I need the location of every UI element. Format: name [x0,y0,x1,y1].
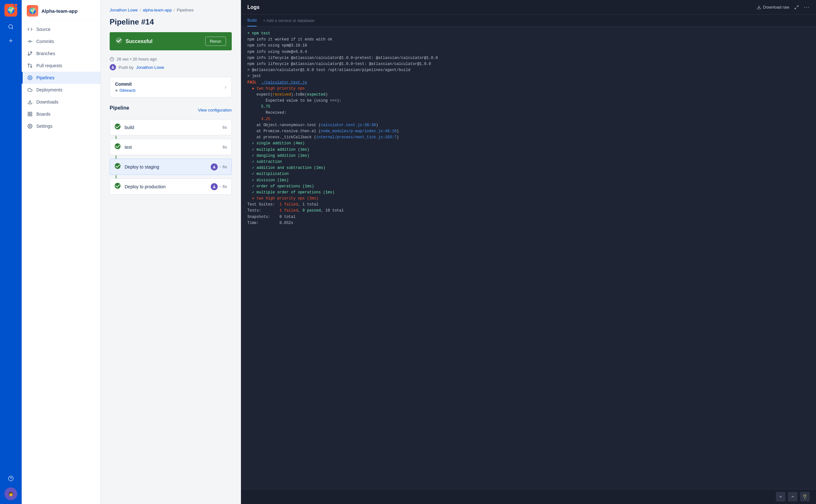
sidebar-item-branches[interactable]: Branches [22,47,100,60]
tab-build[interactable]: Build [247,15,256,26]
sidebar-item-boards[interactable]: Boards [22,108,100,120]
step-production-dot: • [220,185,221,188]
sidebar-item-settings[interactable]: Settings [22,120,100,132]
sidebar: 🌍 Alpha-team-app Source Commits Branches [22,0,101,504]
status-left: Successful [115,37,152,46]
breadcrumb-section: Pipelines [177,8,194,12]
boards-label: Boards [36,112,50,117]
meta-duration-row: 26 sec • 20 hours ago [110,57,232,61]
downloads-icon [27,99,33,105]
log-line: npm info lifecycle @atlassian/calculator… [247,55,810,61]
rerun-button[interactable]: Rerun [205,37,226,46]
step-build[interactable]: build 6s [110,119,232,135]
svg-point-13 [29,77,31,78]
log-line: npm info using npm@3.10.10 [247,43,810,49]
meta-push-row: Push by Jonathon Lowe [110,64,232,70]
svg-rect-18 [28,114,30,116]
breadcrumb-user[interactable]: Jonathon Lowe [110,8,138,12]
pipeline-section-title: Pipeline [110,105,129,111]
app-logo[interactable]: 🌍 [4,4,17,17]
logs-body[interactable]: + npm testnpm info it worked if it ends … [241,27,816,489]
status-text: Successful [126,39,152,44]
sidebar-header: 🌍 Alpha-team-app [22,0,100,21]
sidebar-item-commits[interactable]: Commits [22,35,100,47]
step-production-time: 6s [222,184,227,189]
step-connector-1 [116,136,116,139]
pipelines-label: Pipelines [36,75,54,80]
sidebar-item-downloads[interactable]: Downloads [22,96,100,108]
sidebar-item-pull-requests[interactable]: Pull requests [22,60,100,72]
step-connector-3 [116,175,116,178]
view-config-link[interactable]: View configuration [198,108,232,112]
commit-arrow-icon: › [225,84,226,90]
step-test[interactable]: test 6s [110,139,232,155]
svg-point-3 [29,40,31,42]
svg-point-12 [28,76,32,80]
log-line: ● two high priority ops [247,86,810,92]
expand-button[interactable] [794,5,799,10]
step-deploy-staging[interactable]: Deploy to staging • 6s [110,159,232,175]
status-banner: Successful Rerun [110,32,232,50]
svg-point-19 [29,126,31,127]
step-test-name: test [125,145,219,150]
step-test-time: 6s [222,145,227,149]
search-icon[interactable] [4,20,17,33]
pusher-name[interactable]: Jonathon Lowe [136,65,164,70]
svg-line-30 [797,5,798,7]
sidebar-app-name: Alpha-team-app [41,8,77,14]
step-build-name: build [125,125,219,130]
branches-icon [27,50,33,57]
log-line: Expected value to be (using ===): [247,98,810,104]
sidebar-item-deployments[interactable]: Deployments [22,84,100,96]
log-line: ✓ multiple order of operations (1ms) [247,190,810,196]
pipeline-steps: build 6s test 6s D [110,119,232,195]
log-line: Test Suites: 1 failed, 1 total [247,202,810,208]
log-line: ✓ addition and subtraction (1ms) [247,165,810,171]
sidebar-item-pipelines[interactable]: Pipelines [22,72,100,84]
logs-header-actions: Download raw ··· [757,4,810,11]
smart-log-button[interactable] [800,492,810,501]
scroll-up-button[interactable] [788,492,798,501]
step-deploy-production[interactable]: Deploy to production • 6s [110,178,232,195]
pull-requests-icon [27,62,33,69]
content-area: Jonathon Lowe / alpha-team-app / Pipelin… [101,0,816,504]
add-service-label[interactable]: + Add a service or database [263,18,314,23]
step-production-check-icon [114,183,121,191]
pipelines-icon [27,75,33,81]
sidebar-item-source[interactable]: Source [22,23,100,35]
user-avatar[interactable]: 🧑 [4,487,17,500]
chevron-down-icon [778,494,783,499]
step-test-check-icon [114,143,121,151]
logs-panel: Logs Download raw ··· Build + Add a [241,0,816,504]
log-line: ✓ multiple addition (1ms) [247,147,810,153]
breadcrumb-repo[interactable]: alpha-team-app [143,8,172,12]
step-staging-meta: • 6s [211,163,227,170]
branches-label: Branches [36,51,55,56]
svg-rect-15 [28,112,30,114]
svg-point-26 [213,166,215,167]
breadcrumb-sep1: / [140,8,141,12]
help-icon[interactable] [4,472,17,485]
commit-hash[interactable]: 0deeacb [119,88,135,93]
meta-info: 26 sec • 20 hours ago Push by Jonathon L… [110,57,232,70]
commit-card[interactable]: Commit ◆ 0deeacb › [110,77,232,97]
log-line: Snapshots: 0 total [247,214,810,220]
log-line: npm info lifecycle @atlassian/calculator… [247,61,810,67]
download-icon [757,5,761,10]
downloads-label: Downloads [36,99,58,104]
download-raw-label: Download raw [763,5,789,10]
main-content: Jonathon Lowe / alpha-team-app / Pipelin… [101,0,816,504]
scroll-down-button[interactable] [776,492,785,501]
log-line: + npm test [247,31,810,37]
log-line: > @atlassian/calculator@1.0.0 test /opt/… [247,67,810,73]
log-line: FAIL ./calculator.test.js [247,80,810,86]
pull-requests-label: Pull requests [36,63,62,68]
log-line: Received: [247,110,810,116]
download-raw-button[interactable]: Download raw [757,5,789,10]
add-icon[interactable]: + [4,34,17,47]
more-options-button[interactable]: ··· [804,4,810,11]
deployments-label: Deployments [36,87,62,92]
commits-icon [27,38,33,45]
step-staging-check-icon [114,163,121,171]
logs-header: Logs Download raw ··· [241,0,816,15]
